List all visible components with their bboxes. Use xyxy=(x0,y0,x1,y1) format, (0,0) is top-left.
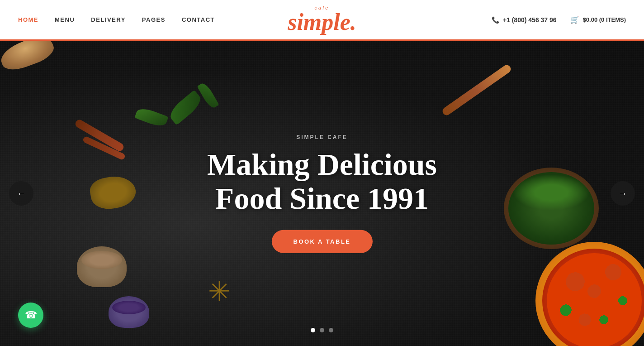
float-call-icon: ☎ xyxy=(25,309,37,321)
logo[interactable]: cafe simple. xyxy=(288,5,356,34)
main-nav: HOME MENU DELIVERY PAGES CONTACT xyxy=(18,16,215,23)
phone-area[interactable]: 📞 +1 (800) 456 37 96 xyxy=(492,16,557,24)
book-table-button[interactable]: BOOK A TABLE xyxy=(271,230,372,253)
nav-pages[interactable]: PAGES xyxy=(142,16,166,23)
hero-title-line1: Making Delicious xyxy=(207,147,437,182)
spice-bowl-decoration xyxy=(77,246,127,287)
nav-menu[interactable]: MENU xyxy=(55,16,75,23)
nav-delivery[interactable]: DELIVERY xyxy=(91,16,126,23)
nav-home[interactable]: HOME xyxy=(18,16,38,23)
header: HOME MENU DELIVERY PAGES CONTACT cafe si… xyxy=(0,0,644,41)
hero-title-line2: Food Since 1991 xyxy=(215,181,429,216)
float-call-button[interactable]: ☎ xyxy=(18,303,43,328)
star-anise-decoration: ✳ xyxy=(208,278,240,310)
phone-number: +1 (800) 456 37 96 xyxy=(503,16,557,24)
slider-dot-1[interactable] xyxy=(311,328,315,332)
cart-icon: 🛒 xyxy=(570,15,579,24)
cart-total: $0.00 (0 ITEMS) xyxy=(583,16,626,23)
slider-prev-button[interactable]: ← xyxy=(9,181,33,206)
logo-name-text: simple. xyxy=(288,9,356,35)
header-right: 📞 +1 (800) 456 37 96 🛒 $0.00 (0 ITEMS) xyxy=(492,15,626,24)
slider-dots xyxy=(311,328,333,332)
slider-dot-2[interactable] xyxy=(320,328,324,332)
hero-subtitle: SIMPLE CAFE xyxy=(207,134,437,140)
slider-next-button[interactable]: → xyxy=(611,181,635,206)
nav-contact[interactable]: CONTACT xyxy=(182,16,215,23)
small-bowl-decoration xyxy=(109,296,149,328)
cart-area[interactable]: 🛒 $0.00 (0 ITEMS) xyxy=(570,15,626,24)
greens-bowl-decoration xyxy=(504,168,599,249)
hero-content: SIMPLE CAFE Making Delicious Food Since … xyxy=(207,134,437,253)
phone-icon: 📞 xyxy=(492,16,499,24)
slider-dot-3[interactable] xyxy=(329,328,333,332)
hero-title: Making Delicious Food Since 1991 xyxy=(207,148,437,216)
hero-section: ✳ SIMPLE CAFE Making Delicious Food Sinc… xyxy=(0,41,644,346)
